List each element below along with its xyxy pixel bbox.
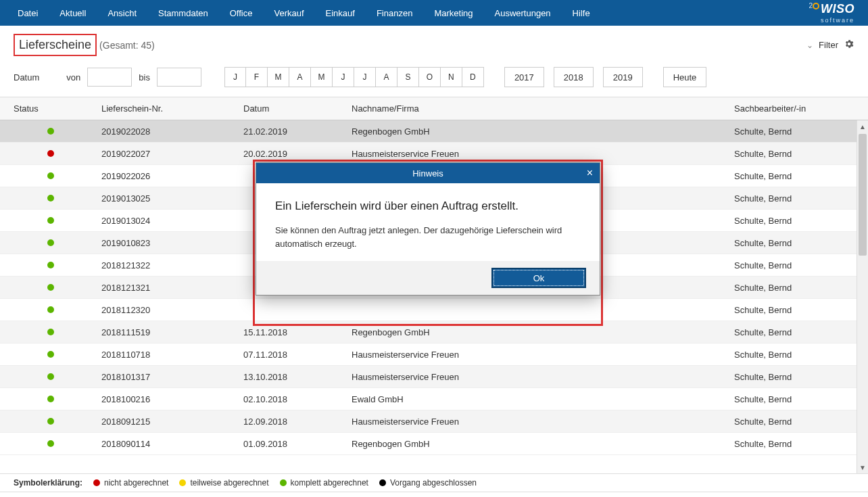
cell-sach: Schulte, Bernd: [734, 193, 856, 204]
month-J[interactable]: J: [354, 67, 376, 87]
status-dot-icon: [47, 306, 54, 313]
col-name[interactable]: Nachname/Firma: [352, 103, 734, 114]
menu-stammdaten[interactable]: Stammdaten: [147, 1, 219, 25]
month-O[interactable]: O: [419, 67, 441, 87]
status-dot-icon: [47, 172, 54, 179]
cell-sach: Schulte, Bernd: [734, 149, 856, 159]
menu-ansicht[interactable]: Ansicht: [97, 1, 147, 25]
date-filter-row: Datum von bis JFMAMJJASOND 201720182019 …: [0, 63, 868, 97]
status-dot-icon: [47, 217, 54, 224]
cell-name: Hausmeisterservice Freuen: [352, 149, 734, 159]
scroll-up-icon[interactable]: ▲: [857, 120, 868, 133]
month-M[interactable]: M: [311, 67, 333, 87]
table-row[interactable]: 201810021602.10.2018Ewald GmbHSchulte, B…: [0, 388, 868, 410]
cell-datum: 13.10.2018: [243, 372, 352, 382]
year-buttons: 201720182019: [504, 67, 643, 87]
hinweis-dialog: Hinweis × Ein Lieferschein wird über ein…: [256, 162, 600, 295]
legend-item: teilweise abgerechnet: [179, 478, 268, 488]
month-A[interactable]: A: [289, 67, 311, 87]
cell-nr: 2018121321: [101, 283, 243, 293]
cell-datum: 12.09.2018: [243, 417, 352, 427]
col-datum[interactable]: Datum: [243, 103, 352, 114]
table-row[interactable]: 201811151915.11.2018Regenbogen GmbHSchul…: [0, 321, 868, 344]
menu-office[interactable]: Office: [219, 1, 264, 25]
status-dot-icon: [47, 329, 54, 335]
col-nr[interactable]: Lieferschein-Nr.: [101, 103, 243, 114]
month-M[interactable]: M: [268, 67, 289, 87]
cell-sach: Schulte, Bernd: [734, 238, 856, 248]
date-to-input[interactable]: [157, 68, 201, 87]
table-row[interactable]: 201809121512.09.2018Hausmeisterservice F…: [0, 410, 868, 433]
cell-nr: 2019022027: [101, 149, 243, 159]
menu-verkauf[interactable]: Verkauf: [263, 1, 314, 25]
filter-label[interactable]: Filter: [819, 40, 838, 50]
menu-finanzen[interactable]: Finanzen: [366, 1, 423, 25]
dialog-heading: Ein Lieferschein wird über einen Auftrag…: [275, 199, 581, 213]
table-row[interactable]: 2018112320Schulte, Bernd: [0, 299, 868, 321]
year-2017[interactable]: 2017: [504, 67, 544, 87]
cell-nr: 2019013025: [101, 193, 243, 204]
status-dot-icon: [47, 262, 54, 268]
status-dot-icon: [47, 239, 54, 246]
month-S[interactable]: S: [397, 67, 419, 87]
filter-chevron-icon[interactable]: ⌄: [806, 41, 813, 50]
scroll-thumb[interactable]: [859, 134, 867, 256]
col-sach[interactable]: Sachbearbeiter/-in: [734, 103, 856, 114]
ok-button[interactable]: Ok: [491, 268, 586, 288]
cell-name: Regenbogen GmbH: [352, 439, 734, 449]
cell-sach: Schulte, Bernd: [734, 439, 856, 449]
cell-datum: 21.02.2019: [243, 126, 352, 137]
scroll-down-icon[interactable]: ▼: [857, 461, 868, 473]
cell-nr: 2019022026: [101, 171, 243, 181]
menu-hilfe[interactable]: Hilfe: [562, 1, 601, 25]
cell-nr: 2018090114: [101, 439, 243, 449]
cell-sach: Schulte, Bernd: [734, 394, 856, 404]
col-status[interactable]: Status: [0, 103, 101, 114]
scrollbar[interactable]: ▲ ▼: [857, 120, 868, 473]
cell-name: Ewald GmbH: [352, 394, 734, 404]
cell-nr: 2019013024: [101, 216, 243, 226]
legend-item: nicht abgerechnet: [93, 478, 168, 488]
menu-einkauf[interactable]: Einkauf: [315, 1, 366, 25]
cell-nr: 2018091215: [101, 417, 243, 427]
legend-item: Vorgang abgeschlossen: [379, 478, 477, 488]
cell-datum: 01.09.2018: [243, 439, 352, 449]
cell-name: Hausmeisterservice Freuen: [352, 350, 734, 360]
gear-icon[interactable]: [844, 39, 854, 51]
menu-aktuell[interactable]: Aktuell: [49, 1, 97, 25]
legend-dot-icon: [93, 479, 100, 486]
cell-nr: 2018110718: [101, 350, 243, 360]
year-2018[interactable]: 2018: [554, 67, 594, 87]
cell-sach: Schulte, Bernd: [734, 216, 856, 226]
legend-label: Vorgang abgeschlossen: [390, 478, 477, 488]
menu-auswertungen[interactable]: Auswertungen: [483, 1, 561, 25]
legend: Symbolerklärung: nicht abgerechnetteilwe…: [0, 473, 868, 492]
month-D[interactable]: D: [462, 67, 484, 87]
legend-dot-icon: [379, 479, 386, 486]
cell-name: Regenbogen GmbH: [352, 126, 734, 137]
menu-marketing[interactable]: Marketing: [423, 1, 483, 25]
today-button[interactable]: Heute: [663, 67, 707, 87]
table-row[interactable]: 201902202821.02.2019Regenbogen GmbHSchul…: [0, 120, 868, 143]
cell-nr: 2019010823: [101, 238, 243, 248]
status-dot-icon: [47, 373, 54, 380]
month-N[interactable]: N: [441, 67, 462, 87]
table-row[interactable]: 201811071807.11.2018Hausmeisterservice F…: [0, 344, 868, 366]
month-A[interactable]: A: [376, 67, 397, 87]
cell-nr: 2018101317: [101, 372, 243, 382]
close-icon[interactable]: ×: [587, 167, 593, 179]
date-from-input[interactable]: [87, 68, 132, 87]
table-row[interactable]: 201810131713.10.2018Hausmeisterservice F…: [0, 366, 868, 388]
legend-label: teilweise abgerechnet: [190, 478, 268, 488]
menu-datei[interactable]: Datei: [7, 1, 49, 25]
year-2019[interactable]: 2019: [603, 67, 643, 87]
month-F[interactable]: F: [246, 67, 268, 87]
month-J[interactable]: J: [224, 67, 246, 87]
status-dot-icon: [47, 284, 54, 291]
bottom-bar: DetailsF2 Weitere FunktionenF3 + NeuF10 …: [0, 492, 868, 497]
table-row[interactable]: 201809011401.09.2018Regenbogen GmbHSchul…: [0, 433, 868, 455]
page-count: (Gesamt: 45): [99, 40, 155, 51]
month-J[interactable]: J: [333, 67, 354, 87]
status-dot-icon: [47, 351, 54, 358]
cell-sach: Schulte, Bernd: [734, 260, 856, 270]
